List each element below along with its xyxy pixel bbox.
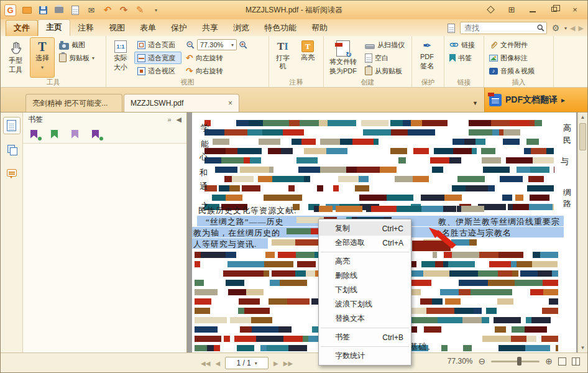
- next-page-icon[interactable]: ▶: [273, 360, 278, 367]
- rotate-left-button[interactable]: ↶ 向左旋转: [183, 52, 265, 64]
- tab-share[interactable]: 共享: [195, 21, 226, 36]
- layout-grid-button[interactable]: ⊞: [504, 4, 519, 15]
- select-tool-button[interactable]: T 选择 ▾: [30, 37, 55, 78]
- find-doc-icon[interactable]: [446, 22, 457, 34]
- qat-customize-caret[interactable]: ▾: [150, 4, 162, 16]
- image-annotation-button[interactable]: 图像标注: [486, 52, 538, 64]
- from-clipboard-button[interactable]: 从剪贴板: [362, 65, 408, 77]
- menu-item-bookmark[interactable]: 书签 Ctrl+B: [319, 330, 411, 344]
- thumbnails-panel-button[interactable]: [3, 117, 21, 134]
- redo-button[interactable]: ↷: [118, 4, 129, 16]
- zoom-out-icon[interactable]: [186, 40, 195, 50]
- last-page-icon[interactable]: ▶▶: [283, 360, 293, 367]
- scrollbar-thumb[interactable]: [579, 123, 586, 150]
- tab-protect[interactable]: 保护: [163, 21, 195, 36]
- garbled-row: [204, 157, 554, 163]
- comments-panel-button[interactable]: [3, 164, 21, 182]
- tab-help[interactable]: 帮助: [304, 21, 335, 36]
- audio-video-button[interactable]: ♪ 音频＆视频: [486, 65, 538, 77]
- menu-item-highlight[interactable]: 高亮: [319, 254, 411, 269]
- tab-home[interactable]: 主页: [38, 19, 70, 36]
- bookmark-action-button-4[interactable]: [92, 130, 102, 140]
- tab-form[interactable]: 表单: [132, 21, 163, 36]
- ribbon-tab-row: 文件 主页 注释 视图 表单 保护 共享 浏览 特色功能 帮助 ⚙ ▾ ◀ ▶: [1, 19, 587, 36]
- zoom-combobox[interactable]: 77.30% ▾: [197, 39, 237, 50]
- bookmark-action-button-2[interactable]: [51, 130, 61, 140]
- pdf-sign-button[interactable]: ✒ PDF 签名: [414, 37, 440, 78]
- print-preview-button[interactable]: [70, 4, 81, 16]
- rotate-right-button[interactable]: ↷ 向右旋转: [183, 65, 265, 77]
- tab-list-caret-icon[interactable]: ▼: [472, 100, 478, 106]
- hand-tool-button[interactable]: 手型 工具: [2, 37, 29, 78]
- scroll-down-icon[interactable]: ▼: [578, 343, 587, 352]
- ribbon-prev-icon[interactable]: ◀: [570, 24, 575, 32]
- skin-button[interactable]: [483, 4, 498, 15]
- close-button[interactable]: ×: [567, 4, 582, 15]
- panel-more-icon[interactable]: »: [167, 116, 171, 123]
- clipboard-button[interactable]: 剪贴板 ▾: [56, 52, 98, 64]
- menu-item-underline[interactable]: 下划线: [319, 283, 411, 297]
- tab-file[interactable]: 文件: [6, 20, 38, 36]
- fit-visible-button[interactable]: 适合视区: [134, 65, 181, 77]
- tab-special-features[interactable]: 特色功能: [257, 21, 304, 36]
- file-attachment-button[interactable]: 文件附件: [486, 39, 538, 51]
- snapshot-button[interactable]: 截图: [56, 39, 98, 51]
- tab-view[interactable]: 视图: [101, 21, 132, 36]
- first-page-icon[interactable]: ◀◀: [201, 360, 210, 367]
- zoom-slider[interactable]: [491, 361, 540, 362]
- zoom-slider-handle[interactable]: [517, 357, 521, 366]
- panel-collapse-icon[interactable]: ◀: [177, 116, 181, 124]
- link-button[interactable]: 链接: [446, 39, 478, 51]
- doc-tab-1[interactable]: 亮剑精神 把不可能变...: [25, 94, 122, 112]
- page-number-box[interactable]: 1 / 1 ▾: [225, 357, 269, 369]
- foxit-logo-icon[interactable]: G: [4, 4, 16, 16]
- highlight-button[interactable]: T 高亮: [296, 37, 319, 78]
- tab-comment[interactable]: 注释: [70, 21, 101, 36]
- bookmark-button[interactable]: 书签: [446, 52, 478, 64]
- fit-page-button[interactable]: 适合页面: [134, 39, 181, 51]
- continuous-view-icon[interactable]: [572, 357, 580, 366]
- actual-size-button[interactable]: 1:1 实际 大小: [108, 37, 133, 78]
- minimize-button[interactable]: [525, 4, 540, 15]
- restore-button[interactable]: [546, 4, 561, 15]
- doc-tab-2[interactable]: MZZJLSWH.pdf ×: [124, 94, 239, 112]
- pdf-translate-button[interactable]: PDF文档翻译 ▸: [484, 88, 587, 112]
- from-scanner-button[interactable]: 从扫描仪: [362, 39, 408, 51]
- open-file-button[interactable]: [21, 4, 32, 16]
- gear-caret-icon[interactable]: ▾: [564, 25, 567, 31]
- menu-item-select-all[interactable]: 全部选取 Ctrl+A: [319, 236, 411, 250]
- stamp-pen-button[interactable]: ✎: [134, 4, 145, 16]
- blank-page-button[interactable]: 空白: [362, 52, 408, 64]
- menu-item-replace-text[interactable]: 替换文本: [319, 311, 411, 326]
- menu-item-word-count[interactable]: 字数统计: [319, 349, 411, 363]
- mail-button[interactable]: ✉: [86, 4, 97, 16]
- ribbon-next-icon[interactable]: ▶: [579, 24, 584, 32]
- vertical-scrollbar[interactable]: ▲ ▼: [577, 113, 587, 352]
- scroll-up-icon[interactable]: ▲: [578, 113, 587, 122]
- prev-page-icon[interactable]: ◀: [215, 360, 220, 367]
- clipboard-icon: [59, 53, 67, 62]
- convert-to-pdf-button[interactable]: ↻ 将文件转 换为PDF: [326, 37, 361, 78]
- typewriter-button[interactable]: TI 打字机: [271, 37, 295, 78]
- print-button[interactable]: [53, 4, 65, 16]
- menu-item-strikethrough[interactable]: 删除线: [319, 269, 411, 283]
- search-input[interactable]: [461, 24, 536, 32]
- zoom-in-icon[interactable]: [239, 40, 248, 50]
- add-bookmark-button[interactable]: [30, 130, 40, 140]
- bookmark-action-button-3[interactable]: [71, 130, 81, 140]
- search-icon[interactable]: [536, 24, 545, 32]
- menu-item-copy[interactable]: 复制 Ctrl+C: [319, 221, 411, 236]
- page-navigation: ◀◀ ◀ 1 / 1 ▾ ▶ ▶▶: [201, 357, 293, 369]
- single-page-view-icon[interactable]: [558, 357, 566, 366]
- gear-icon[interactable]: ⚙: [550, 22, 561, 34]
- menu-item-squiggly-underline[interactable]: 波浪下划线: [319, 297, 411, 311]
- layers-panel-button[interactable]: [3, 140, 21, 158]
- fit-width-button[interactable]: 适合宽度: [134, 52, 181, 64]
- undo-button[interactable]: ↶: [102, 4, 113, 16]
- page-preview-icon: [71, 6, 79, 15]
- status-zoom-in-icon[interactable]: ⊕: [545, 356, 553, 366]
- status-zoom-out-icon[interactable]: ⊖: [479, 356, 486, 366]
- tab-browse[interactable]: 浏览: [226, 21, 257, 36]
- save-button[interactable]: [37, 4, 48, 16]
- doc-tab-close-icon[interactable]: ×: [228, 99, 232, 108]
